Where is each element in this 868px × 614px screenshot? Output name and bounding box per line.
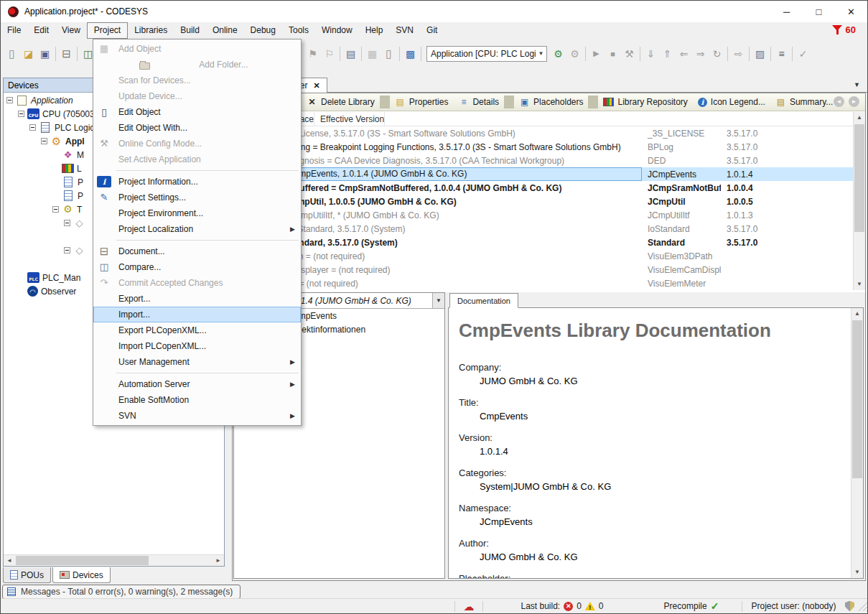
toolbar-button[interactable] xyxy=(340,47,340,61)
toolbar-button[interactable] xyxy=(770,47,771,61)
flow-icon[interactable] xyxy=(752,46,768,62)
watch-icon[interactable] xyxy=(773,46,790,62)
menu-bar-item[interactable]: View xyxy=(55,22,87,39)
menu-bar-item[interactable]: Online xyxy=(206,22,244,39)
project-menu-item[interactable]: Project Environment... ▶ xyxy=(93,205,301,221)
force-icon[interactable] xyxy=(730,46,747,62)
project-menu-item[interactable]: Online Config Mode... ▶ xyxy=(93,136,301,152)
project-menu-item[interactable]: Add Folder... ▶ xyxy=(93,57,301,73)
project-menu-item[interactable]: ▶ xyxy=(93,237,301,243)
project-menu-item[interactable]: Scan for Devices... ▶ xyxy=(93,73,301,88)
library-row[interactable]: VisuElemMeter = (not required) VisuElemM… xyxy=(233,276,865,290)
close-button[interactable]: ✕ xyxy=(835,1,867,22)
project-menu-item[interactable]: Import... ▶ xyxy=(93,307,301,322)
scroll-right-icon[interactable]: ► xyxy=(213,555,224,566)
print-icon[interactable] xyxy=(58,46,75,62)
library-toolbar-button[interactable]: Icon Legend... xyxy=(693,93,770,111)
properties-tb-icon[interactable] xyxy=(342,46,359,62)
project-menu-item[interactable]: Project Information... ▶ xyxy=(93,174,301,190)
library-toolbar-button[interactable]: Placeholders xyxy=(514,93,588,111)
scroll-left-icon[interactable]: ◄ xyxy=(4,555,15,566)
security-shield-icon[interactable] xyxy=(845,601,854,612)
project-menu-item[interactable]: Project Settings... ▶ xyxy=(93,190,301,205)
library-toolbar-button[interactable]: Summary... xyxy=(770,93,838,111)
toolbar-button[interactable] xyxy=(727,47,728,61)
logout-icon[interactable] xyxy=(566,46,583,62)
chevron-down-icon[interactable]: ▼ xyxy=(432,293,444,308)
bookmark-prev-icon[interactable] xyxy=(321,46,337,62)
menu-bar-item[interactable]: Build xyxy=(174,22,206,39)
project-menu-item[interactable]: Export... ▶ xyxy=(93,291,301,307)
chevron-down-icon[interactable]: ▼ xyxy=(536,50,546,57)
project-menu-item[interactable]: Commit Accepted Changes ▶ xyxy=(93,275,301,291)
menu-bar-item[interactable]: Tools xyxy=(282,22,315,39)
new-page-icon[interactable] xyxy=(381,46,397,62)
scrollbar-thumb[interactable] xyxy=(16,556,149,565)
library-toolbar-button[interactable] xyxy=(380,96,390,108)
project-menu-item[interactable]: Edit Object With... ▶ xyxy=(93,120,301,136)
menu-bar-item[interactable]: Libraries xyxy=(128,22,174,39)
toolbar-button[interactable] xyxy=(399,47,400,61)
tree-expand-toggle[interactable] xyxy=(29,124,36,131)
library-row[interactable]: VisuElemCamDisplayer = (not required) Vi… xyxy=(233,263,865,276)
library-row[interactable]: BreakpointLogging = Breakpoint Logging F… xyxy=(233,140,865,154)
tree-expand-toggle[interactable] xyxy=(41,138,47,144)
scroll-up-icon[interactable]: ▲ xyxy=(851,308,863,320)
library-row[interactable]: CAA Device Diagnosis = CAA Device Diagno… xyxy=(233,154,865,167)
tab-close-icon[interactable]: ✕ xyxy=(313,81,319,90)
toolbar-button[interactable] xyxy=(585,47,586,61)
project-menu-item[interactable]: Enable SoftMotion ▶ xyxy=(93,392,301,408)
library-row[interactable]: VisuElem3DPath = (not required) VisuElem… xyxy=(233,249,865,263)
scrollbar-thumb[interactable] xyxy=(852,320,862,478)
menu-bar-item[interactable]: File xyxy=(1,22,27,39)
project-menu-item[interactable]: Compare... ▶ xyxy=(93,259,301,275)
menu-bar-item[interactable]: Help xyxy=(359,22,390,39)
project-menu-item[interactable]: Document... ▶ xyxy=(93,243,301,259)
project-menu-item[interactable]: Export PLCopenXML... ▶ xyxy=(93,322,301,338)
commit-check-icon[interactable] xyxy=(795,46,811,62)
run-to-cursor-icon[interactable] xyxy=(692,46,709,62)
step-out-icon[interactable] xyxy=(676,46,692,62)
library-row[interactable]: 3SLicense = 3SLicense, 3.5.17.0 (3S - Sm… xyxy=(233,126,865,140)
library-toolbar-button[interactable]: Details xyxy=(453,93,504,111)
toolbar-button[interactable] xyxy=(640,47,640,61)
project-menu-item[interactable]: SVN ▶ xyxy=(93,408,301,424)
scroll-down-icon[interactable]: ▼ xyxy=(851,567,863,578)
snippets-icon[interactable] xyxy=(364,46,381,62)
menu-bar-item[interactable]: Window xyxy=(315,22,359,39)
project-menu-item[interactable]: User Management ▶ xyxy=(93,354,301,370)
notification-filter[interactable]: 60 xyxy=(832,24,856,35)
login-icon[interactable] xyxy=(550,46,566,62)
menu-bar-item[interactable]: Edit xyxy=(27,22,55,39)
tree-expand-toggle[interactable] xyxy=(6,97,13,103)
tree-expand-toggle[interactable] xyxy=(52,206,59,213)
devices-horizontal-scrollbar[interactable]: ◄ ► xyxy=(4,554,224,566)
library-toolbar-button[interactable]: Library Repository xyxy=(598,93,692,111)
online-config-icon[interactable] xyxy=(621,46,638,62)
library-toolbar-button[interactable]: Properties xyxy=(390,93,454,111)
step-into-icon[interactable] xyxy=(659,46,676,62)
maximize-button[interactable]: □ xyxy=(803,1,835,22)
navigator-tab[interactable]: Devices xyxy=(52,567,111,583)
active-application-selector[interactable]: Application [CPU: PLC Logic] ▼ xyxy=(426,46,547,62)
project-menu-item[interactable]: Automation Server ▶ xyxy=(93,376,301,392)
project-menu-item[interactable]: Project Localization ▶ xyxy=(93,221,301,237)
column-header[interactable]: Effective Version xyxy=(314,112,385,126)
project-menu-item[interactable]: ▶ xyxy=(93,370,301,376)
menu-bar-item[interactable]: Project xyxy=(87,22,128,39)
tab-list-dropdown-icon[interactable]: ▼ xyxy=(854,81,860,88)
step-over-icon[interactable] xyxy=(643,46,659,62)
navigate-forward-icon[interactable]: ► xyxy=(849,96,859,107)
bookmark-next-icon[interactable] xyxy=(304,46,321,62)
toolbar-button[interactable] xyxy=(55,47,56,61)
library-list-scrollbar[interactable]: ▲ ▼ xyxy=(853,112,865,290)
minimize-button[interactable]: ─ xyxy=(770,1,803,22)
messages-summary[interactable]: Messages - Total 0 error(s), 0 warning(s… xyxy=(2,585,241,599)
project-menu-item[interactable]: Update Device... ▶ xyxy=(93,88,301,104)
library-toolbar-button[interactable]: Delete Library xyxy=(302,93,380,111)
navigator-tab[interactable]: POUs xyxy=(3,567,51,583)
toolbar-button[interactable] xyxy=(77,47,78,61)
project-menu-item[interactable]: Import PLCopenXML... ▶ xyxy=(93,338,301,354)
project-menu-item[interactable]: Edit Object ▶ xyxy=(93,104,301,120)
scroll-down-icon[interactable]: ▼ xyxy=(854,279,865,290)
